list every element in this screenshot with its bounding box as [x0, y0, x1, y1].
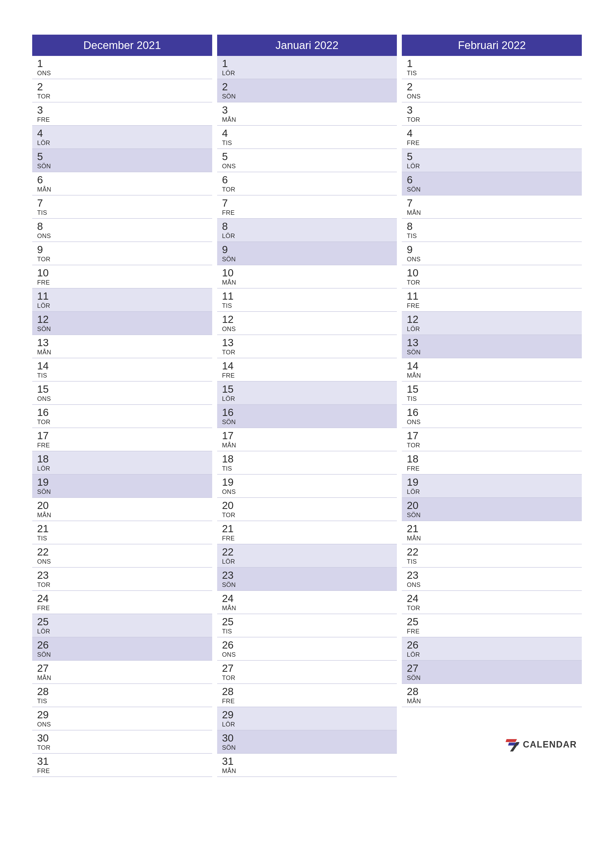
day-name: LÖR — [37, 302, 208, 309]
day-row: 10TOR — [402, 265, 582, 288]
day-number: 9 — [407, 244, 577, 255]
day-name: MÅN — [37, 349, 208, 356]
month-header: Februari 2022 — [402, 35, 582, 56]
day-row: 11FRE — [402, 288, 582, 312]
calendar-grid: December 2021 1ONS2TOR3FRE4LÖR5SÖN6MÅN7T… — [32, 35, 582, 777]
day-name: ONS — [37, 232, 208, 240]
day-row: 20TOR — [217, 498, 397, 521]
day-name: FRE — [222, 372, 393, 379]
day-name: TIS — [407, 70, 577, 77]
day-row: 18LÖR — [32, 451, 212, 474]
day-number: 17 — [37, 430, 208, 442]
day-number: 24 — [222, 593, 393, 604]
day-row: 29ONS — [32, 707, 212, 730]
day-row: 11TIS — [217, 288, 397, 312]
day-number: 9 — [37, 244, 208, 255]
day-number: 8 — [37, 221, 208, 232]
day-number: 21 — [37, 523, 208, 535]
day-row: 3MÅN — [217, 102, 397, 126]
day-row: 23ONS — [402, 567, 582, 591]
day-name: SÖN — [222, 744, 393, 751]
day-row: 13MÅN — [32, 335, 212, 358]
day-number: 30 — [37, 732, 208, 744]
day-name: SÖN — [407, 186, 577, 193]
day-row: 5LÖR — [402, 149, 582, 172]
day-row: 31MÅN — [217, 754, 397, 777]
day-row: 10FRE — [32, 265, 212, 288]
day-number: 26 — [222, 639, 393, 651]
day-row: 11LÖR — [32, 288, 212, 312]
day-row: 19LÖR — [402, 474, 582, 498]
day-name: TIS — [222, 302, 393, 309]
day-row: 16TOR — [32, 405, 212, 428]
day-row: 7FRE — [217, 195, 397, 219]
day-row: 16ONS — [402, 405, 582, 428]
day-name: MÅN — [222, 767, 393, 775]
day-number: 31 — [37, 756, 208, 767]
day-name: SÖN — [407, 512, 577, 519]
days-list: 1LÖR2SÖN3MÅN4TIS5ONS6TOR7FRE8LÖR9SÖN10MÅ… — [217, 56, 397, 777]
day-row: 24FRE — [32, 591, 212, 614]
month-column-february: Februari 2022 1TIS2ONS3TOR4FRE5LÖR6SÖN7M… — [402, 35, 582, 777]
day-row: 12LÖR — [402, 312, 582, 335]
day-name: TOR — [37, 744, 208, 751]
day-number: 6 — [222, 174, 393, 186]
day-name: ONS — [407, 418, 577, 426]
day-name: ONS — [37, 721, 208, 728]
day-row: 6MÅN — [32, 172, 212, 195]
day-number: 1 — [222, 58, 393, 69]
day-number: 29 — [222, 709, 393, 721]
day-name: LÖR — [222, 721, 393, 728]
day-row: 4LÖR — [32, 126, 212, 149]
day-row: 13SÖN — [402, 335, 582, 358]
day-number: 23 — [37, 570, 208, 581]
day-number: 25 — [37, 616, 208, 628]
day-number: 15 — [222, 383, 393, 395]
day-number: 20 — [37, 500, 208, 511]
day-number: 24 — [407, 593, 577, 604]
day-row: 21FRE — [217, 521, 397, 544]
day-name: MÅN — [407, 698, 577, 705]
day-number: 13 — [37, 337, 208, 349]
day-name: ONS — [407, 256, 577, 263]
day-row: 8TIS — [402, 219, 582, 242]
day-number: 13 — [222, 337, 393, 349]
day-row: 7MÅN — [402, 195, 582, 219]
day-row: 10MÅN — [217, 265, 397, 288]
day-row: 17FRE — [32, 428, 212, 451]
day-row: 27MÅN — [32, 661, 212, 684]
day-number: 1 — [407, 58, 577, 69]
day-row: 31FRE — [32, 754, 212, 777]
day-row: 21TIS — [32, 521, 212, 544]
day-row: 23SÖN — [217, 567, 397, 591]
day-number: 6 — [407, 174, 577, 186]
day-name: FRE — [222, 535, 393, 542]
day-row: 22TIS — [402, 544, 582, 567]
day-number: 3 — [37, 104, 208, 116]
day-name: MÅN — [222, 279, 393, 286]
day-name: TOR — [222, 186, 393, 193]
day-name: TOR — [407, 442, 577, 449]
day-number: 19 — [407, 477, 577, 488]
day-number: 20 — [407, 500, 577, 511]
day-name: ONS — [407, 93, 577, 100]
day-number: 2 — [407, 81, 577, 93]
day-row: 15ONS — [32, 381, 212, 405]
day-name: MÅN — [37, 186, 208, 193]
day-number: 10 — [407, 267, 577, 279]
day-row: 1ONS — [32, 56, 212, 79]
day-name: FRE — [37, 767, 208, 775]
day-row: 14TIS — [32, 358, 212, 381]
day-number: 15 — [407, 383, 577, 395]
day-name: FRE — [222, 698, 393, 705]
day-name: TOR — [222, 674, 393, 682]
day-name: TOR — [222, 512, 393, 519]
days-list: 1TIS2ONS3TOR4FRE5LÖR6SÖN7MÅN8TIS9ONS10TO… — [402, 56, 582, 707]
day-row: 7TIS — [32, 195, 212, 219]
brand-logo: CALENDAR — [505, 737, 577, 752]
day-row: 13TOR — [217, 335, 397, 358]
day-name: LÖR — [37, 140, 208, 146]
day-row: 5SÖN — [32, 149, 212, 172]
day-number: 6 — [37, 174, 208, 186]
day-number: 8 — [222, 221, 393, 232]
